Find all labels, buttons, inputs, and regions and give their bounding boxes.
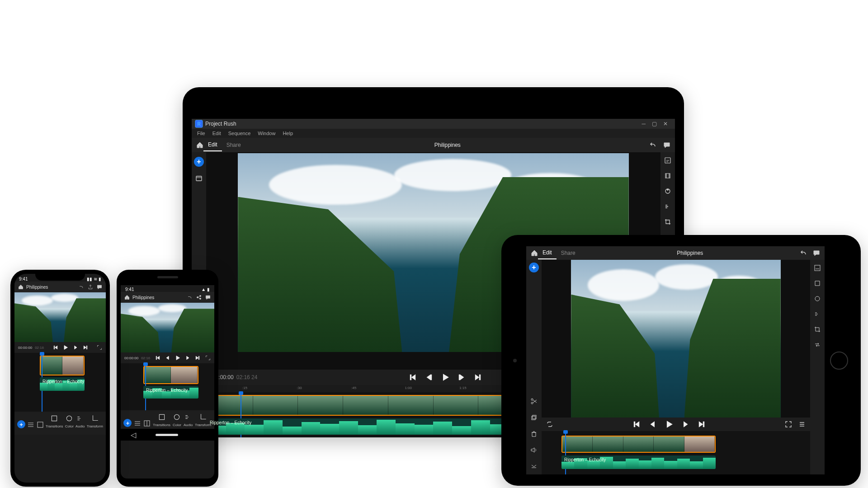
- tab-edit[interactable]: Edit: [538, 247, 557, 259]
- layout-icon[interactable]: [143, 420, 151, 427]
- prev-clip-icon[interactable]: [632, 420, 641, 428]
- video-track[interactable]: [561, 436, 716, 453]
- home-icon[interactable]: [531, 249, 538, 257]
- nav-home-pill[interactable]: [156, 434, 178, 436]
- expand-tracks-icon[interactable]: [530, 463, 538, 470]
- tool-transform[interactable]: Transform: [195, 413, 211, 427]
- comment-icon[interactable]: [205, 295, 211, 300]
- add-button[interactable]: +: [194, 157, 204, 167]
- tool-transitions[interactable]: Transitions: [46, 414, 63, 428]
- android-preview[interactable]: [121, 303, 214, 352]
- menu-help[interactable]: Help: [279, 131, 297, 136]
- maximize-icon[interactable]: ▢: [652, 121, 657, 127]
- close-icon[interactable]: ✕: [663, 121, 668, 127]
- next-clip-icon[interactable]: [195, 355, 200, 361]
- delete-icon[interactable]: [530, 430, 538, 437]
- step-back-icon[interactable]: [425, 373, 433, 381]
- svg-rect-2: [196, 176, 202, 181]
- fullscreen-icon[interactable]: [205, 355, 211, 361]
- minimize-icon[interactable]: ─: [642, 121, 646, 127]
- next-clip-icon[interactable]: [474, 373, 482, 381]
- transform-icon[interactable]: [814, 280, 821, 287]
- video-track[interactable]: [143, 366, 198, 384]
- tool-audio[interactable]: Audio: [184, 413, 193, 427]
- loop-icon[interactable]: [546, 421, 553, 428]
- audio-icon[interactable]: [814, 310, 821, 318]
- tool-transform[interactable]: Transform: [87, 414, 103, 428]
- transform-icon[interactable]: [664, 172, 671, 179]
- comment-icon[interactable]: [813, 249, 820, 257]
- menu-sequence[interactable]: Sequence: [225, 131, 255, 136]
- play-icon[interactable]: [175, 355, 180, 361]
- step-fwd-icon[interactable]: [681, 420, 689, 428]
- step-fwd-icon[interactable]: [185, 355, 190, 361]
- tab-share[interactable]: Share: [557, 247, 580, 259]
- tool-audio[interactable]: Audio: [75, 414, 85, 428]
- audio-track[interactable]: Ripperton – Echocity: [143, 386, 198, 399]
- step-fwd-icon[interactable]: [73, 345, 78, 350]
- home-icon[interactable]: [124, 295, 130, 300]
- project-title: Philippines: [26, 285, 48, 290]
- audio-track[interactable]: Ripperton – Echocity: [561, 455, 716, 469]
- crop-icon[interactable]: [664, 218, 671, 225]
- share-icon[interactable]: [196, 295, 202, 300]
- layout-icon[interactable]: [37, 421, 44, 428]
- undo-icon[interactable]: [800, 249, 807, 257]
- tablet-home-button[interactable]: [830, 352, 848, 370]
- iphone-timeline[interactable]: Ripperton – Echocity: [14, 353, 106, 412]
- add-button[interactable]: +: [17, 420, 25, 428]
- nav-back-icon[interactable]: ◁: [131, 431, 136, 439]
- media-browser-icon[interactable]: [195, 175, 203, 182]
- play-icon[interactable]: [441, 373, 449, 381]
- play-icon[interactable]: [665, 420, 673, 428]
- add-button[interactable]: +: [529, 263, 539, 272]
- volume-icon[interactable]: [530, 446, 538, 454]
- swap-icon[interactable]: [814, 341, 821, 348]
- step-back-icon[interactable]: [649, 420, 657, 428]
- duplicate-icon[interactable]: [530, 414, 538, 421]
- export-icon[interactable]: [88, 284, 93, 290]
- audio-track[interactable]: Ripperton – Echocity: [40, 377, 85, 391]
- undo-icon[interactable]: [187, 295, 193, 300]
- comment-icon[interactable]: [663, 141, 670, 149]
- iphone-preview[interactable]: [14, 292, 106, 342]
- fullscreen-icon[interactable]: [97, 345, 102, 350]
- tab-share[interactable]: Share: [222, 139, 245, 151]
- tracks-icon[interactable]: [27, 421, 34, 428]
- tablet-timeline[interactable]: Ripperton – Echocity: [542, 431, 810, 474]
- menu-file[interactable]: File: [193, 131, 209, 136]
- android-timeline[interactable]: Ripperton – Echocity: [121, 363, 214, 410]
- tool-color[interactable]: Color: [65, 414, 74, 428]
- menu-window[interactable]: Window: [254, 131, 279, 136]
- fullscreen-icon[interactable]: [785, 421, 792, 428]
- scissors-icon[interactable]: [530, 398, 538, 405]
- play-icon[interactable]: [63, 345, 68, 350]
- tool-transitions[interactable]: Transitions: [153, 413, 170, 427]
- undo-icon[interactable]: [79, 284, 84, 290]
- home-icon[interactable]: [18, 284, 24, 290]
- menu-edit[interactable]: Edit: [209, 131, 225, 136]
- tab-edit[interactable]: Edit: [203, 139, 222, 151]
- color-icon[interactable]: [664, 188, 671, 195]
- add-button[interactable]: +: [123, 419, 132, 427]
- crop-icon[interactable]: [814, 326, 821, 333]
- next-clip-icon[interactable]: [83, 345, 88, 350]
- video-track[interactable]: [40, 356, 85, 375]
- audio-panel-icon[interactable]: [664, 203, 671, 210]
- prev-clip-icon[interactable]: [155, 355, 160, 361]
- prev-clip-icon[interactable]: [409, 373, 417, 381]
- titles-icon[interactable]: [664, 157, 671, 164]
- step-back-icon[interactable]: [165, 355, 170, 361]
- prev-clip-icon[interactable]: [53, 345, 58, 350]
- comment-icon[interactable]: [97, 284, 102, 290]
- home-icon[interactable]: [196, 141, 203, 149]
- menu-icon[interactable]: [798, 421, 806, 428]
- tracks-icon[interactable]: [134, 420, 141, 427]
- undo-icon[interactable]: [650, 141, 657, 149]
- titles-icon[interactable]: [814, 264, 821, 272]
- tool-color[interactable]: Color: [173, 413, 181, 427]
- video-preview[interactable]: [571, 260, 780, 418]
- step-fwd-icon[interactable]: [458, 373, 466, 381]
- next-clip-icon[interactable]: [698, 420, 706, 428]
- color-icon[interactable]: [814, 295, 821, 302]
